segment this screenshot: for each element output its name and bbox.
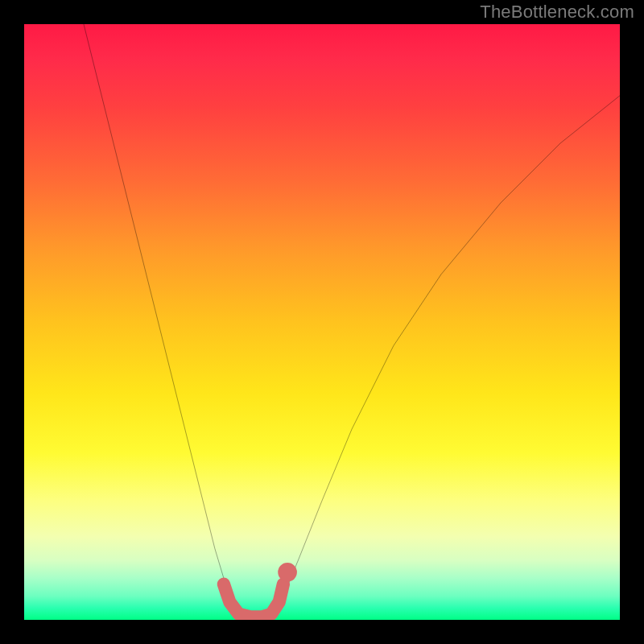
outer-frame: TheBottleneck.com	[0, 0, 644, 644]
chart-svg	[24, 24, 620, 620]
curve-right-branch	[275, 96, 620, 614]
accent-bead-right	[278, 563, 297, 582]
accent-group	[224, 563, 297, 617]
curve-left-branch	[84, 24, 238, 614]
accent-path	[224, 584, 283, 617]
watermark-text: TheBottleneck.com	[480, 2, 634, 23]
curve-group	[84, 24, 620, 614]
plot-area	[24, 24, 620, 620]
